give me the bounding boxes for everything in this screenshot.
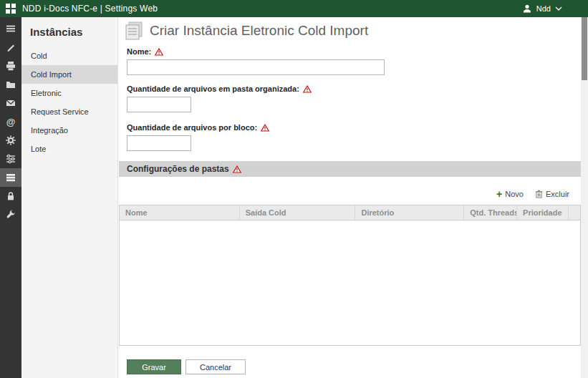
novo-label: Novo — [505, 190, 524, 198]
plus-icon: + — [496, 189, 502, 199]
rail-item-gear[interactable] — [0, 131, 21, 150]
sidebar-item-eletronic[interactable]: Eletronic — [21, 84, 117, 102]
form-actions: Gravar Cancelar — [127, 359, 246, 374]
table-empty-body — [120, 220, 580, 345]
instance-form: Nome: Quantidade de arquivos em pasta or… — [127, 47, 581, 151]
sidebar-item-cold[interactable]: Cold — [21, 47, 117, 65]
document-stack-icon — [123, 21, 145, 41]
sidebar-item-lote[interactable]: Lote — [21, 140, 117, 158]
rail-item-printer[interactable] — [0, 57, 21, 75]
user-icon — [522, 4, 532, 14]
qtd-bloco-input[interactable] — [127, 135, 191, 151]
col-header-saida-cold: Saída Cold — [240, 205, 356, 220]
cancelar-button[interactable]: Cancelar — [185, 359, 246, 374]
sidebar-title: Instâncias — [21, 17, 117, 47]
table-toolbar: + Novo Excluir — [118, 177, 581, 205]
sidebar-item-integracao[interactable]: Integração — [21, 121, 117, 140]
sliders-icon — [6, 154, 16, 164]
rail-item-pen[interactable] — [0, 38, 21, 57]
gear-icon — [6, 135, 16, 145]
rail-item-menu[interactable] — [0, 19, 21, 38]
table-header-row: Nome Saída Cold Diretório Qtd. Threads P… — [120, 205, 580, 220]
main-panel: Criar Instância Eletronic Cold Import No… — [118, 17, 581, 378]
section-header-pastas: Configurações de pastas — [119, 161, 581, 177]
warning-icon — [261, 124, 269, 132]
chevron-down-icon — [555, 6, 562, 11]
excluir-label: Excluir — [546, 190, 569, 198]
rail-item-sliders[interactable] — [0, 150, 21, 168]
qtd-pasta-label: Quantidade de arquivos em pasta organiza… — [127, 84, 299, 93]
sidebar-item-request-service[interactable]: Request Service — [21, 102, 117, 121]
printer-icon — [6, 61, 16, 71]
scrollbar-thumb[interactable] — [582, 17, 587, 80]
icon-rail: @ — [0, 17, 21, 378]
wrench-icon — [6, 210, 16, 220]
rail-item-rows[interactable] — [0, 168, 21, 187]
warning-icon — [303, 85, 312, 93]
qtd-pasta-input[interactable] — [127, 97, 191, 112]
lock-icon — [6, 191, 16, 201]
section-title: Configurações de pastas — [127, 164, 229, 174]
col-header-nome: Nome — [120, 205, 240, 220]
nome-label: Nome: — [127, 47, 151, 56]
page-title: Criar Instância Eletronic Cold Import — [150, 23, 368, 39]
col-header-spacer — [569, 205, 580, 220]
excluir-button[interactable]: Excluir — [535, 190, 569, 198]
rail-item-wrench[interactable] — [0, 205, 21, 224]
topbar: NDD i-Docs NFC-e | Settings Web Ndd — [0, 0, 588, 17]
rail-item-at[interactable]: @ — [0, 112, 21, 131]
page-header: Criar Instância Eletronic Cold Import — [123, 21, 581, 41]
qtd-pasta-label-row: Quantidade de arquivos em pasta organiza… — [127, 84, 581, 93]
sidebar-item-cold-import[interactable]: Cold Import — [21, 65, 117, 84]
qtd-bloco-label: Quantidade de arquivos por bloco: — [127, 123, 257, 132]
warning-icon — [155, 48, 163, 56]
sidebar: Instâncias Cold Cold Import Eletronic Re… — [21, 17, 118, 378]
folders-table: Nome Saída Cold Diretório Qtd. Threads P… — [119, 205, 581, 346]
pen-icon — [6, 42, 16, 52]
qtd-bloco-label-row: Quantidade de arquivos por bloco: — [127, 123, 581, 132]
col-header-diretorio: Diretório — [355, 205, 464, 220]
novo-button[interactable]: + Novo — [496, 189, 524, 199]
col-header-prioridade: Prioridade — [517, 205, 569, 220]
col-header-qtd-threads: Qtd. Threads — [464, 205, 517, 220]
user-name: Ndd — [536, 4, 551, 13]
nome-input[interactable] — [127, 59, 385, 75]
rail-item-folder[interactable] — [0, 75, 21, 94]
nome-label-row: Nome: — [127, 47, 581, 56]
at-icon: @ — [6, 117, 16, 127]
rail-item-mail[interactable] — [0, 94, 21, 112]
app-logo-icon — [6, 4, 16, 14]
menu-icon — [6, 24, 16, 34]
app-title: NDD i-Docs NFC-e | Settings Web — [22, 4, 158, 14]
folder-icon — [6, 79, 16, 89]
user-menu[interactable]: Ndd — [522, 4, 562, 14]
rows-icon — [6, 173, 16, 183]
trash-icon — [535, 190, 543, 198]
gravar-button[interactable]: Gravar — [127, 359, 181, 374]
scrollbar-track[interactable] — [581, 17, 588, 378]
mail-icon — [6, 98, 16, 108]
rail-item-lock[interactable] — [0, 187, 21, 205]
warning-icon — [233, 165, 241, 173]
